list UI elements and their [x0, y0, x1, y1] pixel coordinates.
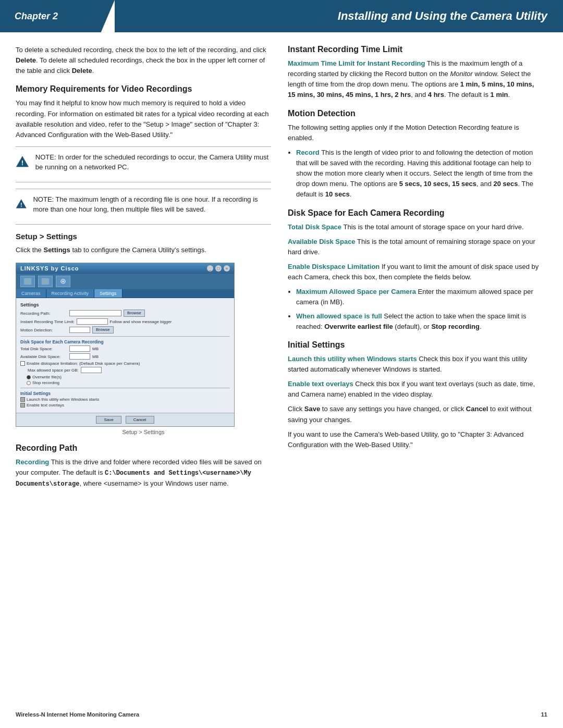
screenshot-toolbar: [16, 274, 234, 289]
launch-label: Launch this utility when Windows starts: [288, 355, 417, 363]
screenshot-browse-btn[interactable]: Browse: [124, 310, 145, 317]
recording-para: Recording This is the drive and folder w…: [16, 457, 271, 489]
screenshot-schedule-input[interactable]: [77, 318, 108, 325]
chapter-label: Chapter 2: [0, 0, 115, 32]
setup-para: Click the Settings tab to configure the …: [16, 245, 271, 255]
screenshot-title: LINKSYS by Cisco: [20, 265, 79, 272]
when-allowed-label: When allowed space is full: [296, 312, 382, 320]
page-footer: Wireless-N Internet Home Monitoring Came…: [0, 707, 563, 722]
recording-heading: Recording Path: [16, 443, 271, 453]
screenshot-enable-disk-checkbox[interactable]: [20, 361, 25, 366]
total-disk-para: Total Disk Space This is the total amoun…: [288, 222, 543, 232]
stop-bold: Stop recording: [431, 323, 479, 330]
note-box-2: ! NOTE: The maximum length of a recordin…: [16, 189, 271, 225]
screenshot-launch-checkbox[interactable]: [20, 397, 25, 402]
instant-heading: Instant Recording Time Limit: [288, 45, 543, 54]
screenshot-save-btn[interactable]: Save: [96, 416, 121, 424]
screenshot-stop-row: Stop recording: [27, 380, 230, 385]
screenshot-maximize: □: [215, 265, 222, 272]
content-wrapper: To delete a scheduled recording, check t…: [0, 32, 563, 493]
page-title: Installing and Using the Camera Utility: [115, 0, 563, 32]
initial-heading: Initial Settings: [288, 340, 543, 350]
screenshot-tab-recording[interactable]: Recording Activity: [46, 289, 95, 298]
screenshot-tab-settings[interactable]: Settings: [94, 289, 123, 298]
screenshot-launch-label: Launch this utility when Windows starts: [27, 397, 99, 402]
screenshot-path-input[interactable]: [69, 310, 121, 316]
chapter-text: Chapter 2: [15, 11, 58, 22]
screenshot-row-enable-disk: Enable diskspace limitation: (Default Di…: [20, 361, 230, 366]
footer-page-number: 11: [541, 711, 547, 718]
screenshot-row-avail: Available Disk Space: MB: [20, 353, 230, 360]
motion-heading: Motion Detection: [288, 109, 543, 118]
screenshot-motion-input[interactable]: [69, 327, 90, 333]
screenshot-stop-label: Stop recording: [32, 380, 59, 385]
screenshot-stop-radio[interactable]: [27, 381, 31, 385]
svg-text:!: !: [20, 202, 22, 208]
screenshot-max-space-input[interactable]: [81, 367, 102, 373]
motion-record-item: Record This is the length of video prior…: [296, 147, 543, 200]
screenshot-footer: Save Cancel: [16, 413, 234, 426]
screenshot-cancel-btn[interactable]: Cancel: [126, 416, 154, 424]
intro-paragraph: To delete a scheduled recording, check t…: [16, 45, 271, 76]
cancel-bold: Cancel: [466, 405, 488, 413]
note-box-1: ! NOTE: In order for the scheduled recor…: [16, 146, 271, 182]
screenshot-avail-input[interactable]: [69, 353, 90, 360]
svg-rect-5: [42, 278, 49, 285]
screenshot-overlays-row: Enable text overlays: [20, 403, 230, 408]
disk-bullet-list: Maximum Allowed Space per Camera Enter t…: [288, 287, 543, 332]
screenshot-window-controls: _ □ ×: [207, 265, 230, 272]
motion-default-bold: 10 secs: [325, 190, 350, 198]
screenshot-row-path: Recording Path: Browse: [20, 310, 230, 317]
screenshot-recording-path-label: Recording Path:: [20, 311, 67, 316]
memory-heading: Memory Requirements for Video Recordings: [16, 84, 271, 94]
instant-label: Maximum Time Limit for Instant Recording: [288, 59, 425, 67]
avail-disk-label: Available Disk Space: [288, 238, 356, 245]
memory-para: You may find it helpful to know how much…: [16, 98, 271, 140]
settings-screenshot: LINKSYS by Cisco _ □ × Camera: [16, 263, 235, 427]
motion-record-label: Record: [296, 149, 320, 156]
screenshot-motion-btn[interactable]: Browse: [92, 326, 114, 334]
screenshot-motion-label: Motion Detection:: [20, 328, 67, 332]
screenshot-mb-2: MB: [92, 354, 99, 359]
recording-label: Recording: [16, 458, 49, 466]
screenshot-tab-cameras[interactable]: Cameras: [16, 289, 46, 298]
motion-options-bold: 5 secs, 10 secs, 15 secs: [399, 180, 476, 188]
screenshot-overwrite-radio[interactable]: [27, 375, 31, 379]
screenshot-initial-section: Initial Settings: [20, 391, 230, 396]
max-allowed-label: Maximum Allowed Space per Camera: [296, 288, 416, 295]
screenshot-total-input[interactable]: [69, 346, 90, 352]
svg-text:!: !: [21, 159, 23, 167]
svg-rect-4: [24, 278, 31, 285]
screenshot-tabs: Cameras Recording Activity Settings: [16, 289, 234, 298]
webutil-para: If you want to use the Camera's Web-base…: [288, 429, 543, 450]
screenshot-overlays-checkbox[interactable]: [20, 403, 25, 408]
screenshot-row-max-space: Max allowed space per GB:: [28, 367, 230, 373]
motion-intro-para: The following setting applies only if th…: [288, 122, 543, 143]
screenshot-min-label: Follow and show message bigger: [110, 319, 172, 324]
screenshot-disk-section: Disk Space for Each Camera Recording: [20, 339, 230, 344]
screenshot-mb-1: MB: [92, 347, 99, 351]
when-allowed-item: When allowed space is full Select the ac…: [296, 311, 543, 332]
settings-bold: Settings: [43, 246, 70, 254]
screenshot-overwrite-label: Overwrite file(s): [32, 375, 62, 379]
disk-heading: Disk Space for Each Camera Recording: [288, 208, 543, 218]
screenshot-launch-row: Launch this utility when Windows starts: [20, 397, 230, 402]
recording-path: C:\Documents and Settings\<username>\My …: [16, 470, 251, 488]
screenshot-minimize: _: [207, 265, 213, 272]
screenshot-close: ×: [224, 265, 230, 272]
monitor-italic: Monitor: [450, 70, 472, 78]
max-allowed-item: Maximum Allowed Space per Camera Enter t…: [296, 287, 543, 307]
right-column: Instant Recording Time Limit Maximum Tim…: [288, 45, 543, 493]
overwrite-bold: Overwrite earliest file: [324, 323, 393, 330]
delete-bold-1: Delete: [16, 56, 36, 64]
footer-product-name: Wireless-N Internet Home Monitoring Came…: [16, 711, 139, 718]
instant-default-bold: 1 min: [491, 91, 508, 98]
svg-point-7: [62, 280, 64, 282]
delete-bold-2: Delete: [72, 67, 92, 75]
screenshot-total-label: Total Disk Space:: [20, 347, 67, 351]
enable-disk-para: Enable Diskspace Limitation If you want …: [288, 262, 543, 282]
screenshot-body: Settings Recording Path: Browse Instant …: [16, 298, 234, 413]
motion-20secs-bold: 20 secs: [494, 180, 518, 188]
screenshot-row-total: Total Disk Space: MB: [20, 346, 230, 352]
note-2-text: NOTE: The maximum length of a recording …: [33, 194, 271, 215]
